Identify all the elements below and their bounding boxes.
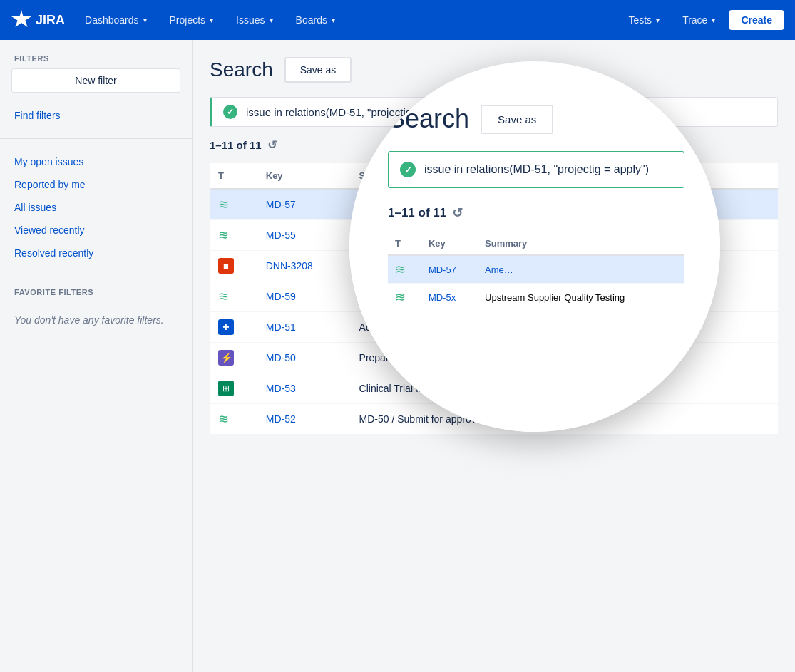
search-title: Search [210,58,273,81]
main-content: Search Save as issue in relations(MD-51,… [193,40,795,672]
sidebar-item-reported-by-me[interactable]: Reported by me [0,173,192,196]
issue-key-cell[interactable]: MD-53 [257,373,351,404]
issue-key-link[interactable]: MD-53 [266,383,296,394]
zoom-query-text: issue in relations(MD-51, "projectig = a… [424,163,649,176]
zoom-table-row: ≋ MD-57 Ame… [388,255,684,284]
issue-type-cell: + [210,312,257,343]
issue-type-cell: ≋ [210,281,257,312]
zoom-issue-summary: Ame… [478,255,684,284]
type-icon: ≋ [218,414,229,425]
type-icon: ■ [218,258,234,274]
favorite-filters-empty: You don't have any favorite filters. [0,302,192,338]
col-type: T [210,163,257,189]
zoom-table: T Key Summary ≋ MD-57 Ame… [388,232,684,311]
navbar: JIRA Dashboards ▾ Projects ▾ Issues ▾ Bo… [0,0,795,40]
issue-key-link[interactable]: MD-59 [266,291,296,302]
issue-key-link[interactable]: MD-50 [266,352,296,363]
zoom-overlay: Search Save as issue in relations(MD-51,… [349,61,720,432]
issue-key-cell[interactable]: MD-50 [257,343,351,373]
zoom-content: Search Save as issue in relations(MD-51,… [349,61,720,432]
issue-key-link[interactable]: MD-57 [266,199,296,210]
new-filter-button[interactable]: New filter [11,68,180,93]
chevron-down-icon: ▾ [270,16,273,24]
col-key: Key [257,163,351,189]
zoom-refresh-icon[interactable]: ↺ [452,205,463,221]
save-as-button[interactable]: Save as [284,57,352,83]
zoom-col-summary: Summary [478,232,684,255]
sidebar-divider-2 [0,276,192,276]
chevron-down-icon: ▾ [712,16,715,24]
type-icon: + [218,319,234,335]
create-button[interactable]: Create [729,10,784,30]
zoom-issue-summary: Upstream Supplier Quality Testing [478,284,684,311]
type-icon: ≋ [218,200,229,211]
zoom-col-type: T [388,232,421,255]
jira-logo-icon [11,10,31,30]
type-icon: ≋ [218,230,229,242]
jira-wordmark: JIRA [36,13,65,28]
chevron-down-icon: ▾ [143,16,147,24]
sidebar-item-all-issues[interactable]: All issues [0,196,192,219]
refresh-icon[interactable]: ↺ [267,138,277,152]
issue-type-cell: ≋ [210,404,257,435]
type-icon: ⊞ [218,381,234,396]
zoom-count-text: 1–11 of 11 [388,206,446,220]
issue-type-cell: ■ [210,251,257,281]
type-icon: ≋ [218,291,229,303]
story-type-icon: ≋ [395,262,406,276]
nav-projects[interactable]: Projects ▾ [161,10,222,30]
zoom-issue-key[interactable]: MD-5x [421,284,478,311]
filters-section-title: FILTERS [0,54,192,68]
favorite-filters-title: FAVORITE FILTERS [0,288,192,302]
zoom-save-as-button[interactable]: Save as [481,105,553,134]
sidebar-item-my-open-issues[interactable]: My open issues [0,150,192,173]
zoom-col-key: Key [421,232,478,255]
type-icon: ⚡ [218,350,234,366]
zoom-results-count: 1–11 of 11 ↺ [388,205,684,221]
issue-type-cell: ≋ [210,220,257,251]
nav-boards[interactable]: Boards ▾ [287,10,344,30]
issue-type-cell: ≋ [210,189,257,220]
sidebar-item-viewed-recently[interactable]: Viewed recently [0,219,192,242]
zoom-query-bar: issue in relations(MD-51, "projectig = a… [388,151,684,188]
issue-key-cell[interactable]: MD-52 [257,404,351,435]
chevron-down-icon: ▾ [210,16,213,24]
nav-tests[interactable]: Tests ▾ [620,10,668,30]
main-layout: FILTERS New filter Find filters My open … [0,40,795,672]
zoom-search-row: Search Save as [388,104,684,134]
chevron-down-icon: ▾ [332,16,335,24]
story-type-icon: ≋ [395,290,406,304]
zoom-issue-type: ≋ [388,255,421,284]
sidebar: FILTERS New filter Find filters My open … [0,40,193,672]
issue-type-cell: ⚡ [210,343,257,373]
issue-key-link[interactable]: DNN-3208 [266,260,313,272]
zoom-issue-type: ≋ [388,284,421,311]
issue-key-link[interactable]: MD-51 [266,321,296,333]
nav-issues[interactable]: Issues ▾ [227,10,281,30]
issue-key-cell[interactable]: MD-59 [257,281,351,312]
issue-key-link[interactable]: MD-55 [266,229,296,241]
zoom-table-header: T Key Summary [388,232,684,255]
jira-logo[interactable]: JIRA [11,10,65,30]
zoom-table-row: ≋ MD-5x Upstream Supplier Quality Testin… [388,284,684,311]
query-valid-icon [223,105,237,119]
issue-key-link[interactable]: MD-52 [266,413,296,425]
issue-type-cell: ⊞ [210,373,257,404]
zoom-valid-icon [400,162,416,177]
favorite-empty-text: You don't have any favorite filters. [14,314,164,326]
zoom-key-link[interactable]: MD-57 [429,264,456,275]
sidebar-item-resolved-recently[interactable]: Resolved recently [0,242,192,264]
sidebar-divider [0,138,192,139]
issue-key-cell[interactable]: MD-55 [257,220,351,251]
zoom-issue-key[interactable]: MD-57 [421,255,478,284]
issue-key-cell[interactable]: MD-51 [257,312,351,343]
nav-trace[interactable]: Trace ▾ [674,10,724,30]
results-count-text: 1–11 of 11 [210,139,262,151]
zoom-key-link[interactable]: MD-5x [429,292,456,303]
issue-key-cell[interactable]: MD-57 [257,189,351,220]
issue-key-cell[interactable]: DNN-3208 [257,251,351,281]
sidebar-item-find-filters[interactable]: Find filters [0,104,192,127]
chevron-down-icon: ▾ [656,16,660,24]
nav-dashboards[interactable]: Dashboards ▾ [76,10,155,30]
